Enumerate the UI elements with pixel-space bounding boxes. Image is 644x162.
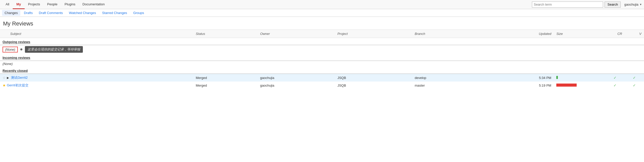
outgoing-none-box: (None) — [3, 47, 18, 52]
row1-v: ✓ — [625, 74, 644, 82]
user-dropdown-arrow[interactable]: ▼ — [639, 3, 642, 6]
section-header-incoming: Incoming reviews — [0, 54, 644, 61]
table-row: ☆ ▶ 测试Gerrit2 Merged gaochujia JSQB deve… — [0, 74, 644, 82]
outgoing-none-row: (None) 这里会出现你的提交记录，等待审核 — [0, 45, 644, 54]
row1-v-check: ✓ — [633, 76, 636, 80]
subnav-watched-changes[interactable]: Watched Changes — [66, 10, 98, 16]
row1-expand-icon[interactable]: ▶ — [7, 76, 9, 79]
row1-cr-check: ✓ — [614, 76, 617, 80]
row1-updated: 5:34 PM — [502, 74, 554, 82]
search-button[interactable]: Search — [605, 2, 621, 8]
user-info: gaochujia ▼ — [624, 3, 642, 6]
section-title-recently-closed: Recently closed — [0, 67, 644, 74]
col-header-project: Project — [335, 30, 412, 38]
outgoing-none-container: (None) 这里会出现你的提交记录，等待审核 — [3, 46, 641, 53]
page-title: My Reviews — [0, 17, 644, 30]
nav-item-my[interactable]: My — [13, 0, 24, 9]
row1-size-bar — [556, 76, 558, 79]
incoming-none-cell: (None) — [0, 61, 644, 67]
review-table: Subject Status Owner Project Branch Upda… — [0, 30, 644, 89]
username-label: gaochujia — [624, 3, 638, 6]
row1-star-icon[interactable]: ☆ — [3, 76, 6, 80]
row2-size-cell — [554, 82, 605, 89]
row1-project: JSQB — [335, 74, 412, 82]
col-header-owner: Owner — [258, 30, 335, 38]
subnav-groups[interactable]: Groups — [131, 10, 147, 16]
nav-item-plugins[interactable]: Plugins — [61, 0, 79, 9]
sub-navigation: Changes Drafts Draft Comments Watched Ch… — [0, 9, 644, 17]
row2-updated: 5:19 PM — [502, 82, 554, 89]
row1-size-cell — [554, 74, 605, 82]
tooltip-dot — [20, 48, 22, 50]
section-title-incoming: Incoming reviews — [0, 54, 644, 61]
row2-branch: master — [412, 82, 502, 89]
col-header-status: Status — [193, 30, 257, 38]
col-header-updated: Updated — [502, 30, 554, 38]
incoming-none-row: (None) — [0, 61, 644, 67]
row2-v-check: ✓ — [633, 83, 636, 87]
nav-item-documentation[interactable]: Documentation — [79, 0, 108, 9]
col-header-cr: CR — [605, 30, 625, 38]
row1-subject-link[interactable]: 测试Gerrit2 — [11, 75, 28, 80]
top-nav-items: All My Projects People Plugins Documenta… — [2, 0, 532, 9]
row2-status: Merged — [193, 82, 257, 89]
subnav-starred-changes[interactable]: Starred Changes — [100, 10, 130, 16]
section-title-outgoing: Outgoing reviews — [0, 38, 644, 45]
col-header-branch: Branch — [412, 30, 502, 38]
row2-size-bar — [556, 84, 577, 87]
col-header-subject: Subject — [0, 30, 193, 38]
outgoing-none-cell: (None) 这里会出现你的提交记录，等待审核 — [0, 45, 644, 54]
row2-subject-cell: ★ Gerrit初次提交 — [0, 82, 193, 89]
subnav-changes[interactable]: Changes — [2, 10, 20, 16]
subnav-drafts[interactable]: Drafts — [21, 10, 35, 16]
row2-cr: ✓ — [605, 82, 625, 89]
section-header-outgoing: Outgoing reviews — [0, 38, 644, 45]
nav-item-people[interactable]: People — [43, 0, 61, 9]
subnav-draft-comments[interactable]: Draft Comments — [36, 10, 66, 16]
table-row: ★ Gerrit初次提交 Merged gaochujia JSQB maste… — [0, 82, 644, 89]
col-header-v: V — [625, 30, 644, 38]
row2-subject-link[interactable]: Gerrit初次提交 — [7, 83, 28, 88]
nav-item-projects[interactable]: Projects — [25, 0, 44, 9]
col-header-size: Size — [554, 30, 605, 38]
row1-subject-cell: ☆ ▶ 测试Gerrit2 — [0, 74, 193, 82]
tooltip-bubble: 这里会出现你的提交记录，等待审核 — [25, 46, 83, 53]
row2-cr-check: ✓ — [614, 83, 617, 87]
row2-star-icon[interactable]: ★ — [3, 83, 6, 87]
row1-cr: ✓ — [605, 74, 625, 82]
row2-owner: gaochujia — [258, 82, 335, 89]
row1-owner: gaochujia — [258, 74, 335, 82]
row1-status: Merged — [193, 74, 257, 82]
incoming-none-text: (None) — [3, 62, 13, 66]
section-header-recently-closed: Recently closed — [0, 67, 644, 74]
search-area: Search gaochujia ▼ — [532, 2, 642, 8]
row2-v: ✓ — [625, 82, 644, 89]
nav-item-all[interactable]: All — [2, 0, 13, 9]
search-input[interactable] — [532, 2, 603, 8]
table-header-row: Subject Status Owner Project Branch Upda… — [0, 30, 644, 38]
row2-project: JSQB — [335, 82, 412, 89]
top-navigation: All My Projects People Plugins Documenta… — [0, 0, 644, 9]
row1-branch: develop — [412, 74, 502, 82]
